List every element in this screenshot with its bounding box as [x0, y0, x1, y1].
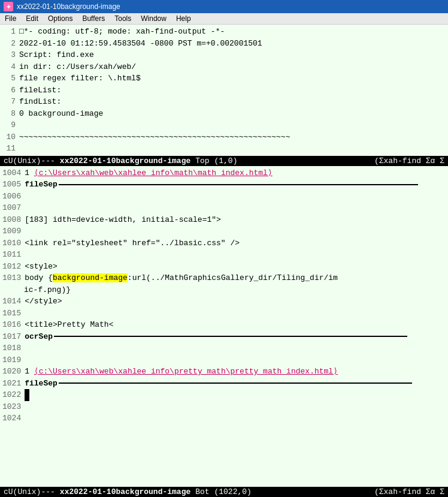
line-1004: 1004 1 ⟨c:\Users\xah\web\xahlee_info\mat… — [2, 167, 446, 179]
extra-info-bottom: (Σxah-find Σα Σ — [374, 487, 444, 496]
line-1013-cont: . ic-f.png)} — [2, 284, 446, 296]
line-1017: 1017 ocrSep — [2, 331, 446, 343]
mode-indicator: cU(Unix)--- — [4, 156, 55, 165]
cursor — [25, 389, 29, 401]
line-1008: 1008 [183] idth=device-width, initial-sc… — [2, 214, 446, 226]
bottom-mode-line: cU(Unix)--- xx2022-01-10background-image… — [0, 487, 448, 497]
menu-file[interactable]: File — [0, 13, 21, 24]
line-1013: 1013 body {background-image:url(../MathG… — [2, 272, 446, 284]
highlighted-term: background-image — [53, 273, 128, 282]
line-1020: 1020 1 ⟨c:\Users\xah\web\xahlee_info\pre… — [2, 366, 446, 378]
menu-window[interactable]: Window — [136, 13, 171, 24]
position-bottom: Bot (1022,0) — [195, 487, 252, 496]
menu-options[interactable]: Options — [43, 13, 77, 24]
line-4: 4 in dir: c:/Users/xah/web/ — [2, 61, 446, 73]
title-bar: ✦ xx2022-01-10background-image — [0, 0, 448, 13]
line-1018: 1018 — [2, 342, 446, 354]
line-1015: 1015 — [2, 308, 446, 320]
line-6: 6 fileList: — [2, 85, 446, 97]
file-link-math[interactable]: ⟨c:\Users\xah\web\xahlee_info\math\math_… — [34, 168, 273, 177]
buffer-name-top: xx2022-01-10background-image — [60, 156, 190, 165]
top-editor-pane: 1 □*- coding: utf-8; mode: xah-find-outp… — [0, 25, 448, 156]
menu-edit[interactable]: Edit — [21, 13, 43, 24]
line-1024: 1024 — [2, 412, 446, 424]
line-1023: 1023 — [2, 401, 446, 413]
position-top: Top (1,0) — [195, 156, 237, 165]
line-1006: 1006 — [2, 191, 446, 203]
bottom-mode-indicator: cU(Unix)--- — [4, 487, 55, 496]
line-1014: 1014 </style> — [2, 296, 446, 308]
line-1011: 1011 — [2, 249, 446, 261]
menu-buffers[interactable]: Buffers — [77, 13, 110, 24]
line-3: 3 Script: find.exe — [2, 49, 446, 61]
menu-tools[interactable]: Tools — [110, 13, 136, 24]
line-2: 2 2022-01-10 01:12:59.4583504 -0800 PST … — [2, 38, 446, 50]
line-7: 7 findList: — [2, 96, 446, 108]
line-1: 1 □*- coding: utf-8; mode: xah-find-outp… — [2, 26, 446, 38]
line-9: 9 — [2, 119, 446, 131]
line-8: 8 0 background-image — [2, 108, 446, 120]
top-mode-line: cU(Unix)--- xx2022-01-10background-image… — [0, 156, 448, 166]
line-1005: 1005 fileSep — [2, 179, 446, 191]
extra-info-top: (Σxah-find Σα Σ — [374, 156, 444, 165]
line-1010: 1010 <link rel="stylesheet" href="../lba… — [2, 237, 446, 249]
buffer-name-bottom: xx2022-01-10background-image — [60, 487, 190, 496]
line-1019: 1019 — [2, 354, 446, 366]
menu-bar: File Edit Options Buffers Tools Window H… — [0, 13, 448, 25]
line-1007: 1007 — [2, 202, 446, 214]
line-1012: 1012 <style> — [2, 261, 446, 273]
window-title: xx2022-01-10background-image — [17, 2, 120, 11]
line-1022: 1022 — [2, 389, 446, 401]
line-1009: 1009 — [2, 225, 446, 237]
file-link-pretty-math[interactable]: ⟨c:\Users\xah\web\xahlee_info\pretty_mat… — [34, 367, 338, 376]
menu-help[interactable]: Help — [171, 13, 196, 24]
line-5: 5 file regex filter: \.html$ — [2, 73, 446, 85]
line-1016: 1016 <title>Pretty Math< — [2, 319, 446, 331]
app-icon: ✦ — [4, 2, 13, 11]
line-11: 11 — [2, 143, 446, 155]
line-10: 10 ~~~~~~~~~~~~~~~~~~~~~~~~~~~~~~~~~~~~~… — [2, 131, 446, 143]
line-1021: 1021 fileSep — [2, 378, 446, 390]
bottom-editor-pane: 1004 1 ⟨c:\Users\xah\web\xahlee_info\mat… — [0, 166, 448, 487]
